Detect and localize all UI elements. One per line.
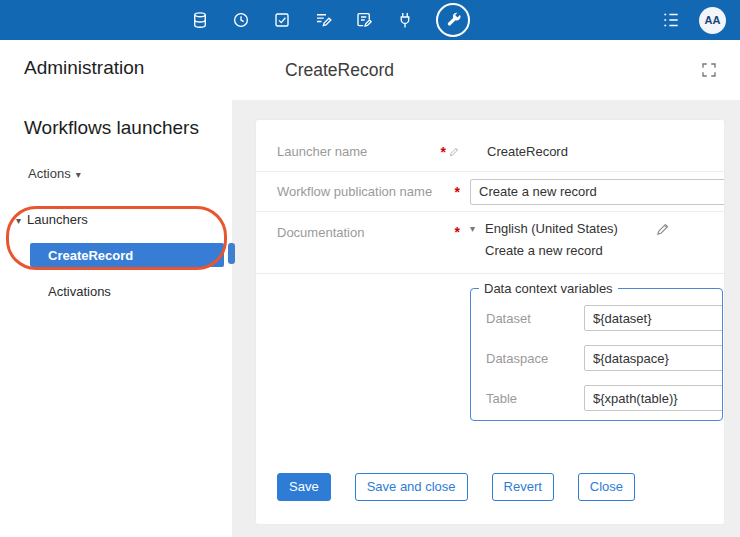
chevron-down-icon: ▾: [76, 169, 81, 180]
close-button[interactable]: Close: [578, 473, 635, 501]
field-row-table: Table: [486, 385, 722, 411]
field-label: Documentation *: [277, 221, 470, 240]
fieldset-legend: Data context variables: [479, 281, 618, 296]
publication-name-input[interactable]: [470, 179, 724, 205]
actions-dropdown[interactable]: Actions▾: [28, 166, 81, 181]
tree-item-label: Activations: [48, 284, 111, 299]
form-edit-icon[interactable]: [354, 10, 374, 30]
tree-item-label: CreateRecord: [48, 248, 133, 263]
fullscreen-icon[interactable]: [700, 61, 718, 82]
field-label: Dataset: [486, 311, 584, 326]
topbar-nav-icons: [190, 3, 470, 37]
main-header: CreateRecord: [232, 40, 740, 100]
tree-item-activations[interactable]: Activations: [48, 284, 111, 299]
section-title-workflows-launchers: Workflows launchers: [24, 117, 199, 139]
field-row-documentation: Documentation * ▾ English (United States…: [256, 212, 724, 274]
wrench-icon[interactable]: [436, 3, 470, 37]
record-title: CreateRecord: [285, 40, 394, 100]
tree-expand-icon[interactable]: ▾: [16, 215, 21, 226]
documentation-value: ▾ English (United States) Create a new r…: [470, 221, 671, 258]
sidebar: Administration Workflows launchers Actio…: [0, 40, 232, 537]
field-label: Workflow publication name *: [277, 184, 470, 200]
tree-item-launchers[interactable]: ▾Launchers: [16, 212, 88, 227]
field-row-dataset: Dataset: [486, 305, 722, 331]
form-card: Launcher name * CreateRecord Workflow pu…: [256, 120, 724, 524]
field-label: Launcher name *: [277, 144, 470, 160]
database-icon[interactable]: [190, 10, 210, 30]
topbar-right: AA: [661, 7, 726, 34]
field-label: Table: [486, 391, 584, 406]
save-button[interactable]: Save: [277, 473, 331, 501]
list-panel-icon[interactable]: [661, 10, 681, 30]
field-row-dataspace: Dataspace: [486, 345, 722, 371]
dataset-input[interactable]: [584, 305, 722, 331]
readonly-pencil-icon: [449, 146, 460, 157]
table-input[interactable]: [584, 385, 722, 411]
button-row: Save Save and close Revert Close: [277, 473, 724, 501]
topbar: AA: [0, 0, 740, 40]
dataspace-input[interactable]: [584, 345, 722, 371]
content-area: Launcher name * CreateRecord Workflow pu…: [232, 100, 740, 537]
scrollbar-thumb[interactable]: [228, 243, 235, 264]
tree-item-label: Launchers: [27, 212, 88, 227]
data-edit-icon[interactable]: [313, 10, 333, 30]
edit-pencil-icon[interactable]: [656, 221, 671, 236]
documentation-language: English (United States): [485, 221, 618, 236]
field-label: Dataspace: [486, 351, 584, 366]
mandatory-icon: *: [441, 144, 446, 160]
save-and-close-button[interactable]: Save and close: [355, 473, 468, 501]
field-row-launcher-name: Launcher name * CreateRecord: [256, 132, 724, 172]
main-panel: CreateRecord Launcher name * CreateRecor…: [232, 40, 740, 537]
field-row-publication-name: Workflow publication name *: [256, 172, 724, 212]
chevron-down-icon[interactable]: ▾: [470, 223, 485, 234]
plug-icon[interactable]: [395, 10, 415, 30]
avatar[interactable]: AA: [699, 7, 726, 34]
mandatory-icon: *: [455, 224, 460, 240]
page-title-administration: Administration: [24, 57, 144, 79]
tasks-icon[interactable]: [272, 10, 292, 30]
revert-button[interactable]: Revert: [492, 473, 554, 501]
clock-icon[interactable]: [231, 10, 251, 30]
mandatory-icon: *: [455, 184, 460, 200]
tree-item-createrecord[interactable]: CreateRecord: [30, 243, 224, 267]
documentation-text: Create a new record: [485, 243, 671, 258]
data-context-fieldset: Data context variables Dataset Dataspace…: [470, 288, 723, 421]
actions-label: Actions: [28, 166, 71, 181]
launcher-name-value: CreateRecord: [487, 144, 568, 159]
